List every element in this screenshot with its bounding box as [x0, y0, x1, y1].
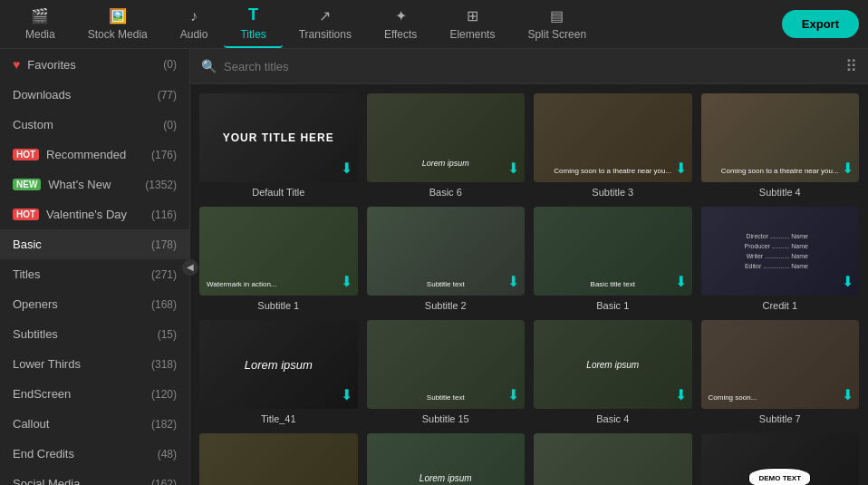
download-icon: ⬇: [507, 386, 519, 403]
list-item[interactable]: ...Anc Joe... ⬇ Credit 2: [534, 433, 692, 485]
sidebar-item-whats-new[interactable]: NEW What's New (1352): [0, 170, 189, 199]
sidebar-item-callout[interactable]: Callout (182): [0, 409, 189, 439]
download-icon: ⬇: [675, 160, 687, 177]
grid-view-icon[interactable]: ⠿: [845, 56, 857, 76]
sidebar-label-recommended: Recommended: [46, 148, 126, 161]
nav-item-effects[interactable]: ✦ Effects: [368, 2, 433, 46]
sidebar-count-valentines: (116): [151, 209, 177, 221]
list-item[interactable]: Lorem ipsum ⬇ Basic 6: [367, 93, 526, 198]
nav-item-elements[interactable]: ⊞ Elements: [433, 2, 511, 46]
nav-item-stock-media[interactable]: 🖼️ Stock Media: [72, 2, 164, 46]
sidebar-count-custom: (0): [163, 119, 177, 131]
sidebar-label-social-media: Social Media: [13, 477, 80, 485]
sidebar-item-basic[interactable]: Basic (178): [0, 229, 189, 259]
thumb-label: Subtitle 2: [367, 300, 526, 311]
sidebar-item-titles[interactable]: Titles (271): [0, 259, 189, 289]
nav-label-effects: Effects: [384, 28, 417, 41]
sidebar-count-downloads: (77): [158, 89, 177, 102]
thumb-label: Basic 4: [534, 413, 692, 424]
sidebar-count-endscreen: (120): [151, 388, 177, 401]
download-icon: ⬇: [842, 160, 854, 177]
nav-label-elements: Elements: [449, 28, 495, 41]
list-item[interactable]: Subtitle text ⬇ Subtitle 15: [367, 320, 526, 424]
sidebar-count-end-credits: (48): [158, 448, 177, 461]
sidebar-item-end-credits[interactable]: End Credits (48): [0, 439, 189, 469]
search-bar: 🔍 ⠿: [190, 49, 868, 84]
download-icon: ⬇: [507, 160, 519, 177]
download-icon: ⬇: [842, 273, 854, 290]
thumb-label: Subtitle 15: [367, 413, 526, 424]
nav-item-audio[interactable]: ♪ Audio: [164, 3, 225, 46]
sidebar-label-downloads: Downloads: [13, 88, 71, 102]
sidebar-count-basic: (178): [151, 238, 177, 251]
nav-label-media: Media: [25, 28, 55, 41]
sidebar-label-custom: Custom: [13, 118, 53, 131]
nav-item-transitions[interactable]: ↗ Transitions: [283, 2, 368, 46]
heart-icon: ♥: [13, 57, 20, 72]
thumb-label: Subtitle 7: [701, 413, 860, 424]
sidebar-item-recommended[interactable]: HOT Recommended (176): [0, 140, 189, 170]
sidebar-item-social-media[interactable]: Social Media (162): [0, 469, 189, 485]
sidebar-wrapper: ♥ Favorites (0) Downloads (77) Custom (0…: [0, 49, 190, 485]
sidebar-label-callout: Callout: [13, 417, 49, 431]
thumb-label: Default Title: [199, 187, 358, 198]
download-icon: ⬇: [341, 386, 352, 403]
nav-label-transitions: Transitions: [299, 28, 352, 41]
list-item[interactable]: Watermark in action... ⬇ Subtitle 1: [199, 207, 358, 311]
sidebar: ♥ Favorites (0) Downloads (77) Custom (0…: [0, 49, 190, 485]
export-button[interactable]: Export: [782, 10, 859, 38]
list-item[interactable]: DEMO TEXT ⬇ Thought Bubble: [701, 433, 860, 485]
sidebar-label-endscreen: EndScreen: [13, 387, 71, 401]
list-item[interactable]: Lorem ipsum ⬇ Basic 4: [534, 320, 692, 424]
thumb-label: Basic 6: [367, 187, 526, 198]
download-icon: ⬇: [675, 273, 687, 290]
list-item[interactable]: Coming soon... ⬇ Subtitle 7: [701, 320, 860, 424]
list-item[interactable]: Coming soon to a theatre near you... ⬇ S…: [534, 93, 692, 198]
list-item[interactable]: Joe Bloggs ⬇ Credit 3: [199, 433, 358, 485]
sidebar-label-lower-thirds: Lower Thirds: [13, 357, 81, 371]
elements-icon: ⊞: [467, 7, 478, 24]
media-icon: 🎬: [31, 7, 49, 24]
main-layout: ♥ Favorites (0) Downloads (77) Custom (0…: [0, 49, 868, 485]
sidebar-item-valentines[interactable]: HOT Valentine's Day (116): [0, 199, 189, 229]
sidebar-item-openers[interactable]: Openers (168): [0, 289, 189, 319]
list-item[interactable]: Subtitle text ⬇ Subtitle 2: [367, 207, 526, 311]
download-icon: ⬇: [341, 160, 352, 177]
nav-label-audio: Audio: [180, 28, 208, 41]
list-item[interactable]: Director ........... Name Producer .....…: [701, 207, 860, 311]
sidebar-label-valentines: Valentine's Day: [46, 208, 127, 221]
list-item[interactable]: Coming soon to a theatre near you... ⬇ S…: [701, 93, 860, 198]
list-item[interactable]: Lorem ipsum ⬇ Title_41: [199, 320, 358, 424]
sidebar-count-openers: (168): [151, 298, 177, 311]
sidebar-item-endscreen[interactable]: EndScreen (120): [0, 379, 189, 409]
nav-item-titles[interactable]: T Titles: [224, 0, 282, 48]
list-item[interactable]: Lorem ipsum ⬇ Title 29: [367, 433, 526, 485]
sidebar-count-recommended: (176): [151, 149, 177, 161]
sidebar-item-lower-thirds[interactable]: Lower Thirds (318): [0, 349, 189, 379]
thumb-label: Subtitle 4: [701, 187, 860, 198]
thumb-label: Basic 1: [534, 300, 692, 311]
sidebar-label-subtitles: Subtitles: [13, 327, 58, 341]
sidebar-item-downloads[interactable]: Downloads (77): [0, 80, 189, 110]
sidebar-label-favorites: Favorites: [27, 58, 75, 72]
list-item[interactable]: Basic title text ⬇ Basic 1: [534, 207, 692, 311]
stock-media-icon: 🖼️: [109, 7, 127, 24]
nav-label-titles: Titles: [240, 28, 265, 41]
sidebar-count-lower-thirds: (318): [151, 358, 177, 371]
sidebar-item-subtitles[interactable]: Subtitles (15): [0, 319, 189, 349]
download-icon: ⬇: [675, 386, 687, 403]
sidebar-item-favorites[interactable]: ♥ Favorites (0): [0, 49, 189, 80]
effects-icon: ✦: [395, 7, 407, 24]
search-input[interactable]: [224, 60, 838, 73]
list-item[interactable]: YOUR TITLE HERE ⬇ Default Title: [199, 93, 358, 198]
sidebar-label-end-credits: End Credits: [13, 447, 74, 461]
transitions-icon: ↗: [319, 7, 331, 24]
sidebar-count-favorites: (0): [163, 58, 177, 71]
search-icon: 🔍: [201, 59, 217, 73]
nav-item-split-screen[interactable]: ▤ Split Screen: [511, 2, 603, 46]
sidebar-collapse-button[interactable]: ◀: [182, 259, 198, 276]
sidebar-item-custom[interactable]: Custom (0): [0, 110, 189, 140]
sidebar-count-titles: (271): [151, 268, 177, 281]
sidebar-count-callout: (182): [151, 418, 177, 431]
nav-item-media[interactable]: 🎬 Media: [9, 2, 72, 46]
